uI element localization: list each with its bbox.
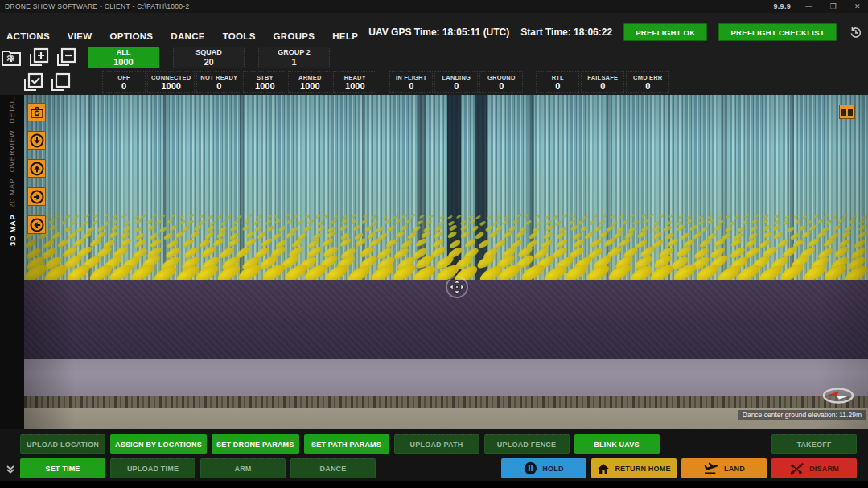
dance-button[interactable]: DANCE [290, 458, 376, 478]
trail-gap-band [722, 95, 726, 281]
counter-label: FAILSAFE [587, 74, 618, 81]
version-label: 9.9.9 [773, 2, 791, 10]
counter-rtl: RTL0 [536, 71, 579, 93]
map-tab-2d-map[interactable]: 2D MAP [8, 178, 16, 208]
land-button[interactable]: LAND [681, 458, 767, 478]
map-tab-detail[interactable]: DETAIL [8, 96, 16, 124]
group-tab-all[interactable]: ALL1000 [88, 47, 159, 68]
elevation-note: Dance center ground elevation: 11.29m [738, 410, 866, 420]
counter-value: 0 [645, 81, 650, 91]
deselect-all-icon[interactable] [49, 72, 71, 92]
title-bar: DRONE SHOW SOFTWARE - CLIENT - C:\PATH\1… [0, 0, 868, 13]
select-all-icon[interactable] [22, 72, 43, 92]
group-tab-group-2[interactable]: GROUP 21 [258, 47, 330, 68]
counter-ground: GROUND0 [479, 71, 523, 93]
disarm-button[interactable]: DISARM [771, 458, 857, 478]
button-label: SET PATH PARAMS [311, 441, 381, 449]
button-label: HOLD [542, 465, 563, 473]
counter-label: CMD ERR [633, 74, 662, 81]
set-time-button[interactable]: SET TIME [20, 458, 105, 478]
counter-label: ARMED [298, 74, 322, 81]
button-label: UPLOAD TIME [127, 465, 179, 473]
set-path-params-button[interactable]: SET PATH PARAMS [304, 434, 389, 454]
upload-location-button[interactable]: UPLOAD LOCATION [20, 434, 105, 454]
menu-dance[interactable]: DANCE [171, 31, 204, 41]
counter-failsafe: FAILSAFE0 [581, 71, 624, 93]
remove-from-group-icon[interactable] [55, 47, 76, 68]
takeoff-button[interactable]: TAKEOFF [771, 434, 857, 454]
map-area: DETAILOVERVIEW2D MAP3D MAP [0, 95, 868, 429]
counter-value: 1000 [345, 81, 364, 91]
menu-options[interactable]: OPTIONS [109, 31, 153, 41]
preflight-ok-button[interactable]: PREFLIGHT OK [623, 23, 707, 41]
menu-groups[interactable]: GROUPS [274, 31, 315, 41]
counter-value: 1000 [255, 81, 274, 91]
counter-label: OFF [117, 74, 130, 81]
group-row: ALL1000SQUAD20GROUP 21 [0, 45, 868, 69]
arm-button[interactable]: ARM [200, 458, 286, 478]
group-tab-count: 1000 [113, 57, 133, 67]
group-tab-squad[interactable]: SQUAD20 [173, 47, 245, 68]
map-tab-overview[interactable]: OVERVIEW [8, 130, 16, 172]
group-tab-count: 20 [204, 57, 213, 67]
plane-landing-icon [703, 462, 719, 475]
disarm-drone-icon [789, 462, 804, 475]
trail-gap-band [88, 95, 92, 281]
counter-landing: LANDING0 [434, 71, 478, 93]
preflight-checklist-button[interactable]: PREFLIGHT CHECKLIST [718, 23, 837, 41]
camera-rotate-left-icon[interactable] [27, 215, 46, 234]
trail-gap-band [529, 95, 534, 281]
counter-value: 0 [499, 81, 504, 91]
ground-band-light [24, 359, 868, 396]
button-label: DISARM [809, 465, 839, 473]
compass-icon[interactable] [820, 385, 857, 409]
set-drone-params-button[interactable]: SET DRONE PARAMS [212, 434, 299, 454]
home-icon [597, 462, 610, 475]
map-view-tabs: DETAILOVERVIEW2D MAP3D MAP [0, 95, 24, 429]
counter-label: NOT READY [200, 74, 237, 81]
camera-tilt-down-icon[interactable] [27, 131, 46, 150]
camera-reset-icon[interactable] [27, 103, 46, 121]
counter-value: 0 [409, 81, 413, 91]
command-toolbar: UPLOAD LOCATIONASSIGN BY LOCATIONSSET DR… [0, 429, 868, 488]
blink-uavs-button[interactable]: BLINK UAVS [574, 434, 660, 454]
group-tab-count: 1 [291, 57, 296, 67]
group-tab-name: ALL [117, 48, 131, 57]
counter-value: 1000 [161, 81, 180, 91]
button-label: UPLOAD FENCE [497, 441, 556, 449]
split-view-icon[interactable] [839, 105, 855, 119]
button-label: UPLOAD LOCATION [27, 441, 99, 449]
collapse-panel-up-icon[interactable] [5, 51, 16, 63]
menu-actions[interactable]: ACTIONS [6, 31, 50, 41]
upload-time-button[interactable]: UPLOAD TIME [110, 458, 195, 478]
counter-stby: STBY1000 [243, 71, 286, 93]
upload-fence-button[interactable]: UPLOAD FENCE [484, 434, 570, 454]
map-tab-3d-map[interactable]: 3D MAP [8, 215, 17, 246]
counter-armed: ARMED1000 [288, 71, 331, 93]
group-tab-name: GROUP 2 [278, 48, 310, 57]
assign-by-locations-button[interactable]: ASSIGN BY LOCATIONS [110, 434, 207, 454]
minimize-button[interactable]: — [804, 2, 815, 10]
camera-tilt-up-icon[interactable] [27, 159, 46, 178]
camera-rotate-right-icon[interactable] [27, 187, 46, 206]
counter-cmd-err: CMD ERR0 [626, 71, 669, 93]
add-to-group-icon[interactable] [27, 47, 49, 68]
ground-band-road [24, 396, 868, 408]
counter-value: 0 [555, 81, 560, 91]
counter-value: 0 [600, 81, 605, 91]
menu-tools[interactable]: TOOLS [223, 31, 256, 41]
group-tab-name: SQUAD [195, 48, 222, 57]
hold-button[interactable]: HOLD [501, 458, 586, 478]
pause-circle-icon [524, 461, 537, 475]
menu-help[interactable]: HELP [332, 31, 358, 41]
maximize-button[interactable]: ❐ [828, 2, 839, 10]
status-row: OFF0CONNECTED1000NOT READY0STBY1000ARMED… [0, 69, 868, 95]
time-history-icon[interactable] [848, 25, 863, 40]
close-button[interactable]: ✕ [852, 2, 863, 10]
counter-not-ready: NOT READY0 [196, 71, 241, 93]
counter-label: IN FLIGHT [396, 74, 426, 81]
map-3d-viewport[interactable]: Dance center ground elevation: 11.29m [24, 95, 868, 429]
menu-view[interactable]: VIEW [68, 31, 93, 41]
return-home-button[interactable]: RETURN HOME [591, 458, 677, 478]
upload-path-button[interactable]: UPLOAD PATH [394, 434, 479, 454]
